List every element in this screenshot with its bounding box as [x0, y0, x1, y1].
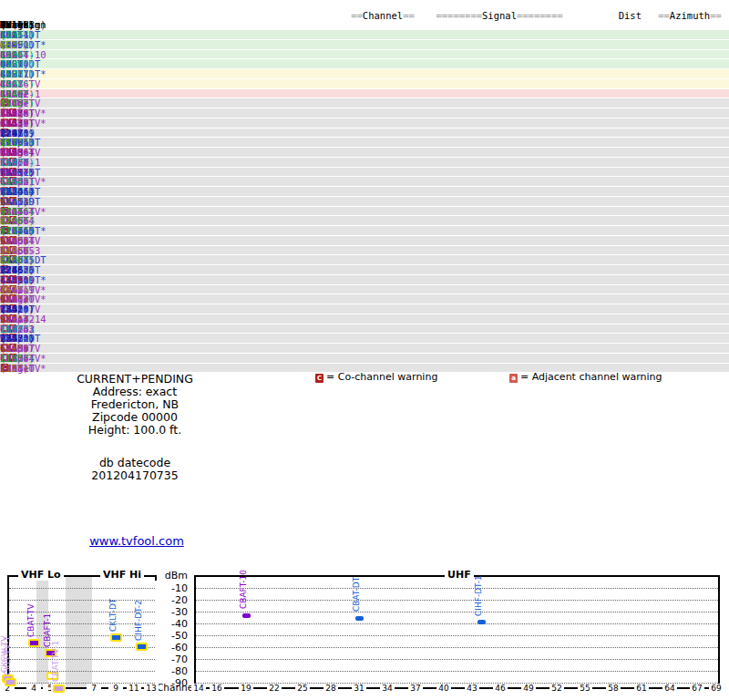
table-row: aCWMEB-DT9(12.1)PBS-36.2-127.0Tropo148.0… [0, 334, 729, 344]
table-row: CIHF-DT*12(12.1)31.1-59.7LOS40.7150°(168… [0, 69, 729, 79]
table-row: aCCBAFT-33SRC-27.6-106.5Tropo111.831°(48… [0, 246, 729, 256]
magnetic-azimuth-cell: (33°) [0, 364, 29, 374]
table-row: CBAT-TV4CBC22.3-56.6LOS40.7150°(168°) [0, 79, 729, 89]
channel-tick-31: 31 [352, 684, 366, 693]
db-datecode-label: db datecode [35, 456, 235, 469]
table-row: aCCBAFT-DT11(11.1)SRC-27.7-118.5Tropo84.… [0, 255, 729, 265]
magnetic-azimuth-cell: (83°) [0, 40, 29, 50]
table-row: aCCKAM-TV12-36.9-115.7Tropo101.86°(24°) [0, 344, 729, 354]
station-label-cklt-dt: CKLT-DT [108, 598, 118, 631]
channel-tick-34: 34 [380, 684, 395, 693]
signal-marker-cbat-tv-1 [53, 685, 65, 693]
table-row: CCBAT-TV*7CBC-25.6-104.4Tropo92.497°(115… [0, 207, 729, 217]
station-label-cihf-dt-1: CIHF-DT-1 [474, 575, 483, 616]
table-row: aCCIMT-DT*4(4.1)-28.1-118.9Tropo125.0321… [0, 275, 729, 285]
channel-tick-37: 37 [408, 684, 423, 693]
channel-tick-9: 9 [108, 684, 123, 693]
magnetic-azimuth-cell: (339°) [0, 275, 35, 285]
gridline-vhf [9, 671, 155, 672]
table-row: aCCKLT-TV*3-10.8-89.62Edge52.8305°(322°) [0, 108, 729, 118]
magnetic-azimuth-cell: (133°) [0, 354, 35, 364]
table-row: CBAFT-1019SRC45.4-33.4LOS3.9139°(156°) [0, 50, 729, 60]
adjacent-channel-legend-text: = Adjacent channel warning [520, 373, 662, 383]
dbm-tick-label: -30 [159, 606, 188, 618]
magnetic-azimuth-cell: (27°) [0, 197, 29, 207]
db-datecode-value: 201204170735 [35, 468, 235, 482]
table-row: aCCBAFT11SRC-26.6-105.4Tropo84.682°(100°… [0, 216, 729, 226]
magnetic-azimuth-cell: (168°) [0, 79, 35, 89]
table-row: aCCHAU-TV5TVA-27.6-106.4Tropo150.39°(27°… [0, 236, 729, 246]
channel-tick-16: 16 [210, 684, 224, 693]
station-label-cbat-tv-1: CBAT-TV-1 [51, 641, 60, 682]
channel-tick-13: 13 [144, 684, 159, 693]
dist-group-header: Dist [601, 11, 642, 21]
tvfool-link[interactable]: www.tvfool.com [55, 534, 219, 548]
vhf-lo-label: VHF Lo [18, 569, 64, 581]
table-row: CKCW-DT29(29.1)CTV-18.5-109.3Tropo89.095… [0, 138, 729, 148]
dbm-tick-label: -50 [159, 630, 188, 642]
table-row: aCCHAU-DT5(5.1)TVA-25.1-115.9Tropo150.39… [0, 197, 729, 207]
table-row: aCCBHT-311CBC-33.3-112.2Tropo144.6169°(1… [0, 324, 729, 335]
channel-tick-49: 49 [521, 684, 536, 693]
table-row: CBAT-DT31(31.1)CBC55.5-35.4LOS3.9139°(15… [0, 30, 729, 40]
table-row: aCWMED-DT10(13.1)PBS-23.6-114.4Tropo74.0… [0, 187, 729, 197]
magnetic-azimuth-cell: (187°) [0, 158, 35, 168]
magnetic-azimuth-cell: (333°) [0, 118, 35, 129]
channel-tick-19: 19 [239, 684, 253, 693]
table-row: CCIHF-DT*27(27.1)-26.6-117.5Tropo92.497°… [0, 226, 729, 236]
dbm-tick-label: -60 [159, 642, 188, 654]
signal-marker-cbat-tv [28, 639, 40, 647]
co-channel-legend-text: = Co-channel warning [326, 373, 437, 383]
signal-marker-cklt-tv-1 [5, 678, 16, 686]
azimuth-group-header: ==Azimuth== [654, 11, 725, 21]
signal-marker-cihf-dt-1 [477, 620, 486, 624]
channel-tick-7: 7 [87, 684, 101, 693]
dbm-tick-label: -10 [159, 582, 188, 594]
gridline-uhf [196, 647, 718, 648]
table-row: aCCBAT-TV*4CBC-29.2-108.02Edge150.39°(27… [0, 294, 729, 304]
station-label-cbat-tv: CBAT-TV [26, 603, 36, 637]
station-label-cklt-tv-1: CKLT-TV-1 [3, 636, 12, 675]
magnetic-azimuth-cell: (27°) [0, 314, 29, 324]
search-zipcode: Zipcode 00000 [35, 410, 235, 424]
channel-axis-label: Channel [157, 682, 195, 693]
gridline-uhf [196, 623, 718, 624]
dbm-tick-label: -20 [159, 594, 188, 606]
dbm-tick-label: -40 [159, 618, 188, 630]
channel-tick-14: 14 [191, 684, 206, 693]
channel-tick-67: 67 [690, 684, 704, 693]
table-row: aCCBAT-TV*6CBC-29.1-107.9Tropo89.834°(52… [0, 285, 729, 295]
vhf-panel-corner-tick [155, 575, 157, 581]
gridline-uhf [196, 635, 718, 636]
gridline-uhf [196, 671, 718, 672]
station-label-cihf-dt-2: CIHF-DT-2 [134, 600, 143, 641]
signal-marker-cbat-dt [355, 616, 364, 621]
table-row: CWLBZ2(2.1)NBC-18.0-108.9Tropo131.1229°(… [0, 129, 729, 139]
dbm-tick-label: -80 [159, 665, 188, 677]
channel-tick-43: 43 [465, 684, 479, 693]
gridline-uhf [196, 659, 718, 660]
signal-marker-cihf-dt-2 [136, 643, 148, 651]
table-row: aCCBGAT-142SRC-32.4-111.2Tropo150.39°(27… [0, 314, 729, 324]
channel-tick-28: 28 [323, 684, 338, 693]
table-row: CKLT-DT9(9.1)38.9-52.0LOS40.7150°(168°) [0, 59, 729, 69]
channel-tick-46: 46 [493, 684, 508, 693]
channel-tick-55: 55 [578, 684, 592, 693]
gridline-vhf [9, 600, 155, 601]
channel-tick-64: 64 [662, 684, 677, 693]
table-row: aCCJCH-TV*6CTV-21.2-100.1Tropo136.5146°(… [0, 177, 729, 187]
magnetic-azimuth-cell: (27°) [0, 236, 29, 246]
table-row: aCWAGM-TV8CBS-19.6-110.42Edge67.8305°(32… [0, 148, 729, 158]
table-row: aCWMEM-DT10(10.1)PBS-20.7-111.52Edge67.9… [0, 168, 729, 178]
channel-tick-61: 61 [634, 684, 649, 693]
dbm-tick-label: -70 [159, 654, 188, 665]
table-row: aCCBAT-TV*6CBC-15.9-94.72Edge64.2316°(33… [0, 118, 729, 129]
uhf-label: UHF [445, 569, 474, 581]
channel-tick-4: 4 [26, 684, 41, 693]
table-row: CWVII-DT7ABC-27.7-118.6Tropo126.2228°(24… [0, 265, 729, 275]
channel-group-header: ==Channel== [348, 11, 417, 21]
table-row: aCCBHFT-13SRC-20.2-99.0Tropo144.6169°(18… [0, 158, 729, 168]
dbm-axis-label: dBm [159, 570, 188, 582]
channel-table: ==Channel==========Signal========Dist==A… [0, 0, 729, 392]
channel-tick-11: 11 [127, 684, 141, 693]
